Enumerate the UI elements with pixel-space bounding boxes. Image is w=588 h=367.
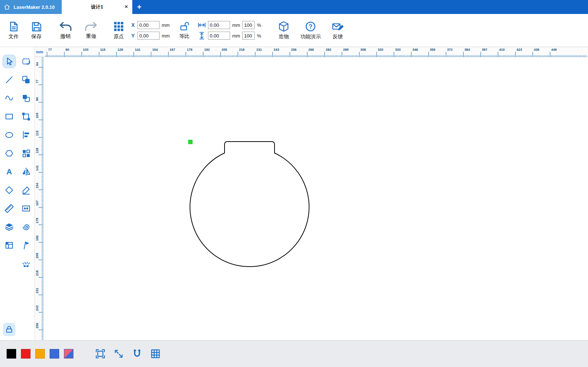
- tool-text[interactable]: A: [3, 165, 15, 178]
- save-button[interactable]: 保存: [31, 21, 42, 40]
- demo-button[interactable]: ? 功能演示: [300, 21, 321, 40]
- height-icon: [199, 32, 205, 40]
- svg-text:320: 320: [378, 48, 383, 51]
- magnet-button[interactable]: [132, 349, 142, 359]
- tool-page-curl[interactable]: [20, 221, 32, 233]
- vertical-ruler: 6477901031151281411541671791922052182312…: [35, 57, 43, 340]
- create-button[interactable]: 造物: [278, 21, 289, 40]
- height-unit: mm: [232, 33, 240, 39]
- svg-text:333: 333: [395, 48, 401, 51]
- demo-label: 功能演示: [300, 33, 321, 40]
- height-percent-input[interactable]: [242, 32, 255, 40]
- svg-text:359: 359: [430, 48, 435, 51]
- frame-button[interactable]: [95, 349, 105, 359]
- app-home[interactable]: LaserMaker 2.0.10: [0, 0, 62, 14]
- svg-text:436: 436: [534, 48, 539, 51]
- y-input[interactable]: [137, 32, 159, 40]
- svg-text:90: 90: [65, 48, 69, 51]
- tool-ellipse[interactable]: [3, 129, 15, 141]
- tool-node-edit[interactable]: [20, 184, 32, 196]
- h-ruler-ticks: 7790103115128141154167179192205218231243…: [43, 47, 588, 57]
- tool-layers[interactable]: [3, 221, 15, 233]
- selection-origin-marker[interactable]: [188, 140, 193, 144]
- swatch-red[interactable]: [21, 349, 31, 359]
- curve-icon: [4, 94, 14, 103]
- swatch-orange[interactable]: [35, 349, 45, 359]
- svg-text:205: 205: [35, 253, 39, 259]
- svg-text:90: 90: [35, 97, 39, 101]
- tool-weld[interactable]: [20, 74, 32, 86]
- weld-shapes-icon: [22, 75, 31, 84]
- grid-button[interactable]: [150, 349, 161, 359]
- tool-flag[interactable]: [20, 239, 32, 252]
- node-edit-icon: [22, 186, 31, 195]
- fit-view-button[interactable]: [114, 349, 124, 359]
- tool-rectangle[interactable]: [3, 110, 15, 123]
- copy-icon: [22, 94, 31, 103]
- tool-marquee-select[interactable]: [20, 55, 32, 68]
- redo-label: 重做: [86, 33, 96, 40]
- tool-polygon[interactable]: [3, 147, 15, 160]
- tool-line[interactable]: [3, 74, 15, 86]
- tool-lock[interactable]: [3, 323, 15, 336]
- swatch-black[interactable]: [7, 349, 16, 359]
- svg-text:218: 218: [239, 48, 244, 51]
- x-unit: mm: [162, 22, 170, 28]
- tag-shape-outline[interactable]: [190, 142, 309, 267]
- polygon-icon: [4, 149, 14, 158]
- new-tab-button[interactable]: +: [132, 0, 146, 14]
- swatch-blue[interactable]: [50, 349, 59, 359]
- svg-text:449: 449: [551, 48, 557, 51]
- tool-eraser[interactable]: [3, 184, 15, 196]
- tool-copy[interactable]: [20, 92, 32, 104]
- tool-spray[interactable]: [20, 257, 32, 270]
- height-percent-sign: %: [257, 33, 261, 39]
- layers-icon: [4, 222, 14, 231]
- width-input[interactable]: [208, 21, 230, 29]
- tool-select[interactable]: [3, 55, 15, 68]
- bottombar: [0, 340, 588, 367]
- width-percent-input[interactable]: [242, 21, 255, 29]
- mirror-icon: [22, 167, 31, 176]
- svg-text:77: 77: [48, 48, 52, 51]
- feedback-button[interactable]: 反馈: [332, 21, 344, 40]
- tab-close-button[interactable]: ×: [125, 4, 128, 9]
- design-canvas[interactable]: [43, 57, 588, 340]
- svg-text:243: 243: [35, 305, 39, 311]
- y-label: Y: [131, 33, 135, 39]
- svg-text:192: 192: [204, 48, 210, 51]
- select-cursor-icon: [5, 57, 14, 66]
- redo-button[interactable]: 重做: [85, 21, 98, 40]
- tool-artboard[interactable]: [3, 239, 15, 252]
- ratio-lock-button[interactable]: 等比: [179, 21, 190, 40]
- x-input[interactable]: [137, 21, 159, 29]
- svg-text:?: ?: [309, 23, 312, 29]
- marquee-icon: [22, 57, 31, 66]
- undo-label: 撤销: [60, 33, 71, 40]
- svg-text:167: 167: [35, 200, 39, 206]
- svg-text:397: 397: [482, 48, 487, 51]
- file-button[interactable]: 文件: [8, 21, 19, 40]
- page-curl-icon: [21, 222, 31, 231]
- swatch-gradient[interactable]: [64, 349, 74, 359]
- tool-ruler[interactable]: [3, 202, 15, 215]
- tool-mirror[interactable]: [20, 165, 32, 178]
- x-label: X: [131, 22, 135, 28]
- tool-dimension[interactable]: [20, 202, 32, 215]
- tool-align-left[interactable]: [20, 129, 32, 141]
- tool-group[interactable]: [20, 110, 32, 123]
- undo-button[interactable]: 撤销: [59, 21, 72, 40]
- tool-tile[interactable]: [20, 147, 32, 160]
- height-input[interactable]: [208, 32, 230, 40]
- svg-text:282: 282: [326, 48, 331, 51]
- tool-curve[interactable]: [3, 92, 15, 104]
- svg-text:64: 64: [35, 62, 39, 66]
- file-label: 文件: [8, 33, 19, 40]
- origin-button[interactable]: 原点: [113, 21, 124, 40]
- unlock-icon: [179, 21, 190, 32]
- tab-design1[interactable]: 设计1 ×: [62, 0, 132, 14]
- y-unit: mm: [162, 33, 170, 39]
- width-unit: mm: [232, 22, 240, 28]
- file-icon: [8, 21, 19, 32]
- svg-text:167: 167: [169, 48, 175, 51]
